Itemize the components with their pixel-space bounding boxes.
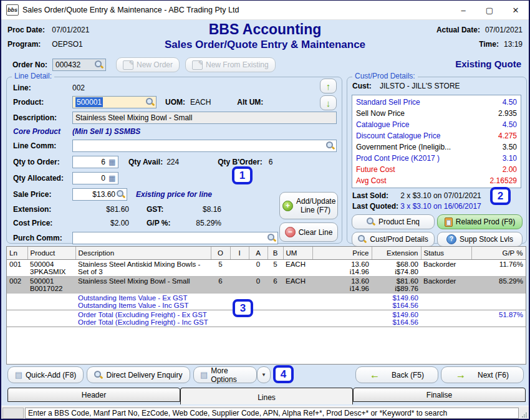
cell-product-alt: B0017022 [30,285,73,292]
summary-label: Outstanding Items Value - Inc GST [78,302,208,309]
qty-avail-value: 224 [166,158,179,166]
qty-to-order-label: Qty to Order: [13,158,72,166]
search-icon[interactable] [267,234,276,242]
price-row[interactable]: Sell Now Price2.935 [352,108,521,119]
summary-value: $149.60 [374,311,418,318]
table-row[interactable]: 002500001B0017022Stainless Steel Mixing … [7,277,526,294]
app-icon: bbs [6,4,19,16]
resize-grip-icon[interactable] [521,412,528,418]
order-no-input[interactable]: 000432 [52,59,106,71]
new-order-button[interactable]: New Order [116,57,180,72]
search-icon[interactable] [326,141,335,150]
product-enq-button[interactable]: Product Enq [352,214,435,229]
more-options-dropdown-button[interactable]: ▼ [257,366,271,383]
clear-line-button[interactable]: − Clear Line [279,222,338,242]
price-row[interactable]: Standard Sell Price4.50 [352,97,521,108]
last-quoted-value: 3 x $3.10 on 16/06/2017 [400,202,481,211]
maximize-button[interactable]: ▢ [476,1,503,19]
add-update-line-button[interactable]: + Add/Update Line (F7) [279,192,338,219]
cell-price-ex: 13.60 [315,277,369,285]
cell-extension: $68.00i$74.80 [372,260,421,277]
qty-allocated-label: Qty Allocated: [13,174,72,183]
column-header[interactable]: O [211,247,230,260]
app-window: bbs Sales Order/Quote Entry & Maintenanc… [0,0,530,420]
column-header[interactable]: B [267,247,283,260]
time-value: 13:19 [504,40,523,49]
line-down-button[interactable]: ↓ [320,95,337,110]
back-button[interactable]: ← Back (F5) [355,366,438,383]
new-order-label: New Order [137,60,173,69]
minimize-button[interactable]: – [450,1,476,19]
price-row[interactable]: Catalogue Price4.50 [352,119,521,130]
purch-comm-label: Purch Comm: [13,234,72,242]
search-icon[interactable] [117,190,125,199]
sale-price-input[interactable]: $13.60 [72,188,127,201]
purch-comm-input[interactable] [72,232,278,244]
direct-delivery-enquiry-button[interactable]: Direct Delivery Enquiry [87,366,190,383]
tab-bar: HeaderLinesFinalise [7,388,526,404]
close-button[interactable]: ✕ [503,1,529,19]
price-row[interactable]: Prod Cont Price (K2017 )3.10 [352,153,521,164]
line-comm-input[interactable] [72,140,337,152]
cell-product-code: 500004 [30,260,73,268]
related-prod-button[interactable]: Related Prod (F9) [437,214,523,229]
column-header[interactable]: I [230,247,249,260]
cell-extension-inc: i$74.80 [374,268,418,275]
product-input[interactable]: 500001 [72,96,157,108]
cell-product-alt: 3PKASMIX [30,268,73,275]
calculator-icon[interactable]: ▦ [108,174,117,183]
price-row[interactable]: Discount Catalogue Price4.275 [352,130,521,141]
column-header[interactable]: A [249,247,267,260]
cell-o: 5 [211,260,230,277]
column-header[interactable]: Extension [372,247,421,260]
cell-extension-ex: $68.00 [374,260,418,268]
line-comm-label: Line Comm: [13,141,72,150]
new-from-existing-icon [192,60,203,70]
price-row-label: Government Price (Ineligib... [356,141,451,153]
price-row[interactable]: Avg Cost2.16529 [352,175,521,186]
summary-labels: Order Total (Excluding Freight) - Ex GST… [75,310,211,327]
sale-price-value: $13.60 [92,190,115,199]
column-header[interactable]: Product [27,247,75,260]
search-icon [367,217,375,226]
supp-stock-lvls-button[interactable]: ? Supp Stock Lvls [437,232,523,247]
up-arrow-icon: ↑ [326,81,331,92]
column-header[interactable]: Ln [7,247,27,260]
column-header[interactable]: UM [283,247,312,260]
cust-prod-legend: Cust/Prod Details: [352,72,418,80]
new-order-icon [123,60,133,70]
order-bar: Order No: 000432 New Order New From Exis… [1,55,529,74]
price-row-value: 2.16529 [490,175,517,186]
table-row[interactable]: 0015000043PKASMIXStainless Steel Antiski… [7,260,526,277]
more-options-button[interactable]: ▤ More Options [193,366,257,383]
min-sell-note: (Min Sell 1) SSMBS [72,127,140,136]
search-icon[interactable] [95,60,104,69]
qty-to-order-value: 6 [101,158,105,166]
cell-ln: 002 [7,277,27,294]
quick-add-button[interactable]: ▤ Quick-Add (F8) [7,366,84,383]
line-up-button[interactable]: ↑ [320,79,337,93]
calculator-icon[interactable]: ▦ [108,158,117,166]
column-header[interactable]: G/P % [471,247,526,260]
qty-allocated-input[interactable]: 0 ▦ [72,172,118,184]
search-icon[interactable] [146,98,155,107]
back-arrow-icon: ← [370,371,380,379]
cust-prod-details-button[interactable]: Cust/Prod Details [352,232,435,247]
tab-finalise[interactable]: Finalise [353,388,526,402]
column-header[interactable]: Description [75,247,211,260]
price-row[interactable]: Government Price (Ineligib...3.50 [352,141,521,153]
column-header[interactable]: Status [421,247,471,260]
qty-to-order-input[interactable]: 6 ▦ [72,156,118,168]
next-arrow-icon: → [456,371,466,379]
tab-header[interactable]: Header [7,388,180,402]
price-row[interactable]: Future Cost2.00 [352,164,521,175]
tab-lines[interactable]: Lines [180,388,353,404]
next-button[interactable]: → Next (F6) [441,366,524,383]
summary-label: Outstanding Items Value - Ex GST [78,294,208,302]
last-quoted-label: Last Quoted: [352,202,398,211]
cell-price-ex: 13.60 [315,260,369,268]
summary-row: Outstanding Items Value - Ex GSTOutstand… [7,294,526,310]
new-from-existing-button[interactable]: New From Existing [185,57,276,72]
clear-line-label: Clear Line [299,228,333,237]
column-header[interactable]: Price [312,247,372,260]
